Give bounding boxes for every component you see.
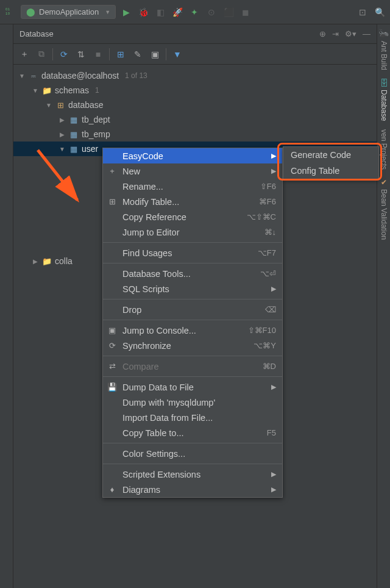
copy-icon[interactable]: ⧉ xyxy=(34,47,49,62)
add-icon[interactable]: ＋ xyxy=(17,47,32,62)
ctx-item-icon: + xyxy=(107,167,118,176)
ctx-scripted-extensions[interactable]: Scripted Extensions▶ xyxy=(103,467,282,482)
ctx-item-label: New xyxy=(122,167,266,176)
sync-icon[interactable]: ⇅ xyxy=(74,47,88,62)
side-tab-bean[interactable]: ✔ Bean Validation xyxy=(380,178,388,240)
filter-icon[interactable]: ▼ xyxy=(170,47,185,62)
ctx-diagrams[interactable]: ♦Diagrams▶ xyxy=(103,482,282,497)
chevron-down-icon: ▼ xyxy=(105,9,110,15)
ctx-new[interactable]: +New▶ xyxy=(103,163,282,179)
ctx-item-shortcut: ⌥⌘Y xyxy=(254,341,276,350)
submenu-generate-code[interactable]: Generate Code xyxy=(283,147,378,163)
folder-icon: 📁 xyxy=(41,86,52,95)
attach-icon[interactable]: ⊙ xyxy=(205,5,218,19)
ctx-synchronize[interactable]: ⟳Synchronize⌥⌘Y xyxy=(103,338,282,353)
ctx-modify-table[interactable]: ⊞Modify Table...⌘F6 xyxy=(103,194,282,209)
side-tab-database[interactable]: 🗄 Database xyxy=(379,79,389,121)
ctx-item-shortcut: ⇧⌘F10 xyxy=(248,326,276,335)
ctx-item-label: Compare xyxy=(122,362,258,371)
chevron-right-icon xyxy=(58,131,66,138)
ctx-item-label: Color Settings... xyxy=(122,449,276,459)
gear-icon[interactable]: ⚙▾ xyxy=(345,29,356,38)
ctx-drop[interactable]: Drop⌫ xyxy=(103,302,282,317)
chevron-down-icon xyxy=(45,102,52,109)
coverage-icon[interactable]: ◧ xyxy=(154,5,167,19)
chevron-right-icon: ▶ xyxy=(271,152,276,160)
trace-icon[interactable]: ✦ xyxy=(188,5,201,19)
run-icon[interactable]: ▶ xyxy=(119,5,133,19)
search-icon[interactable]: 🔍 xyxy=(373,5,386,19)
tree-table-emp[interactable]: ▦ tb_emp xyxy=(13,127,377,142)
table-icon: ▦ xyxy=(68,130,79,139)
ctx-item-icon: ⇄ xyxy=(107,362,118,371)
datasource-icon: ⎓ xyxy=(28,71,39,81)
stop-icon[interactable]: ⬛ xyxy=(222,5,235,19)
ctx-item-label: Drop xyxy=(122,305,260,315)
ctx-item-label: Synchronize xyxy=(122,341,249,351)
debug-icon[interactable]: 🐞 xyxy=(136,5,150,19)
structure-icon[interactable]: ⊡ xyxy=(356,5,369,19)
ctx-item-label: Scripted Extensions xyxy=(122,470,266,479)
panel-title: Database xyxy=(20,29,54,38)
ctx-dump-data-to-file[interactable]: 💾Dump Data to File▶ xyxy=(103,379,282,395)
tree-root[interactable]: ⎓ database@localhost 1 of 13 xyxy=(13,68,377,83)
ctx-sql-scripts[interactable]: SQL Scripts▶ xyxy=(103,281,282,296)
folder-icon: 📁 xyxy=(41,257,52,266)
chevron-right-icon: ▶ xyxy=(271,285,276,293)
ant-icon: 🐜 xyxy=(379,28,389,38)
stop2-icon[interactable]: ◼ xyxy=(239,5,252,19)
ctx-item-icon: ▣ xyxy=(107,326,118,335)
side-tab-ant[interactable]: 🐜 Ant Build xyxy=(379,28,389,70)
chevron-right-icon xyxy=(58,117,66,123)
ctx-item-shortcut: ⌫ xyxy=(265,305,276,314)
split-icon[interactable]: ⇥ xyxy=(332,29,339,38)
tree-database[interactable]: ⊞ database xyxy=(13,98,377,112)
context-menu: EasyCode▶+New▶Rename...⇧F6⊞Modify Table.… xyxy=(102,148,283,498)
submenu-config-table[interactable]: Config Table xyxy=(283,163,378,179)
ctx-color-settings[interactable]: Color Settings... xyxy=(103,446,282,461)
ctx-copy-reference[interactable]: Copy Reference⌥⇧⌘C xyxy=(103,209,282,224)
side-tab-maven[interactable]: ven Projects xyxy=(380,129,388,170)
run-config-selector[interactable]: ⬤ DemoApplication ▼ xyxy=(21,5,116,19)
minimize-icon[interactable]: — xyxy=(363,29,370,38)
chevron-right-icon: ▶ xyxy=(271,167,276,175)
ctx-database-tools[interactable]: Database Tools...⌥⏎ xyxy=(103,266,282,281)
bean-icon: ✔ xyxy=(380,178,388,187)
chevron-right-icon: ▶ xyxy=(271,470,276,478)
chevron-right-icon xyxy=(32,258,39,265)
ctx-import-data-from-file[interactable]: Import Data from File... xyxy=(103,410,282,425)
ctx-item-label: Diagrams xyxy=(122,485,266,495)
target-icon[interactable]: ⊕ xyxy=(319,29,326,38)
ctx-easycode[interactable]: EasyCode▶ xyxy=(103,148,282,163)
ctx-dump-with-mysqldump[interactable]: Dump with 'mysqldump' xyxy=(103,395,282,410)
ctx-jump-to-console[interactable]: ▣Jump to Console...⇧⌘F10 xyxy=(103,323,282,338)
console-icon[interactable]: ▣ xyxy=(147,47,162,62)
run-config-label: DemoApplication xyxy=(39,7,99,16)
binary-icon[interactable]: 0110 xyxy=(4,5,17,19)
ctx-item-icon: ⊞ xyxy=(107,197,118,206)
table-view-icon[interactable]: ⊞ xyxy=(113,47,128,62)
ctx-item-shortcut: ⌥F7 xyxy=(258,248,276,257)
stop-sync-icon[interactable]: ■ xyxy=(91,47,105,62)
ctx-item-label: Rename... xyxy=(122,182,255,192)
tree-table-dept[interactable]: ▦ tb_dept xyxy=(13,112,377,127)
ctx-item-shortcut: ⌘↓ xyxy=(264,228,277,237)
ctx-item-label: EasyCode xyxy=(122,151,266,161)
ctx-copy-table-to[interactable]: Copy Table to...F5 xyxy=(103,425,282,440)
profiler-icon[interactable]: 🚀 xyxy=(171,5,184,19)
ctx-item-shortcut: ⇧F6 xyxy=(260,182,276,191)
ctx-item-label: SQL Scripts xyxy=(122,284,266,294)
refresh-icon[interactable]: ⟳ xyxy=(57,47,71,62)
ctx-rename[interactable]: Rename...⇧F6 xyxy=(103,179,282,194)
top-toolbar: 0110 ⬤ DemoApplication ▼ ▶ 🐞 ◧ 🚀 ✦ ⊙ ⬛ ◼… xyxy=(0,0,390,24)
ctx-find-usages[interactable]: Find Usages⌥F7 xyxy=(103,245,282,260)
ctx-jump-to-editor[interactable]: Jump to Editor⌘↓ xyxy=(103,224,282,240)
edit-icon[interactable]: ✎ xyxy=(130,47,145,62)
ctx-item-label: Find Usages xyxy=(122,248,253,258)
ctx-item-shortcut: ⌘D xyxy=(263,362,276,371)
ctx-item-icon: ⟳ xyxy=(107,341,118,350)
ctx-item-label: Import Data from File... xyxy=(122,413,276,423)
tree-schemas[interactable]: 📁 schemas 1 xyxy=(13,83,377,98)
table-icon: ▦ xyxy=(68,115,79,124)
right-gutter: 🐜 Ant Build 🗄 Database ven Projects ✔ Be… xyxy=(377,24,390,588)
